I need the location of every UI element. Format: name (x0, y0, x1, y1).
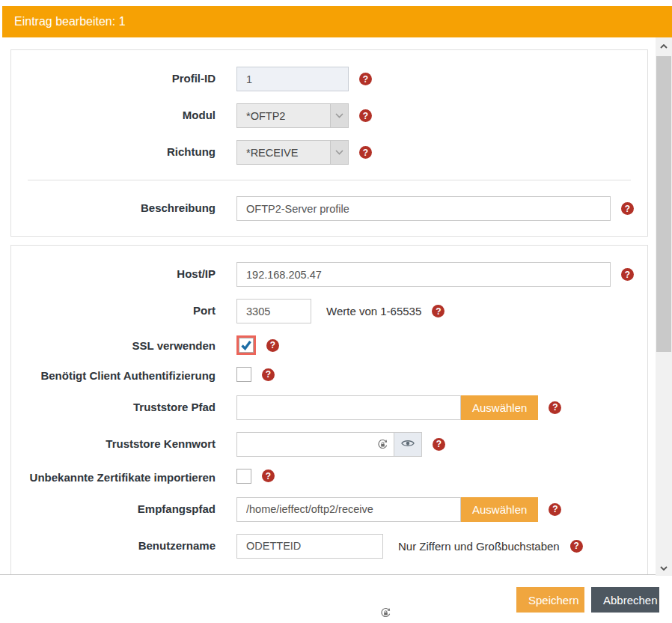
profil-id-label: Profil-ID (11, 67, 236, 86)
modul-label: Modul (11, 103, 236, 123)
richtung-label: Richtung (11, 140, 236, 159)
unbekannte-zertifikate-label: Unbekannte Zertifikate importieren (11, 469, 236, 485)
client-auth-checkbox[interactable] (236, 367, 251, 382)
dialog-footer: Speichern Abbrechen (0, 576, 672, 623)
cancel-button[interactable]: Abbrechen (591, 587, 659, 613)
help-icon[interactable]: ? (262, 469, 275, 482)
truststore-kennwort-input[interactable] (236, 432, 394, 457)
benutzername-row: Benutzername Nur Ziffern und Großbuchsta… (11, 534, 647, 559)
port-hint: Werte von 1-65535 (326, 305, 421, 317)
modul-row: Modul *OFTP2 ? (11, 103, 647, 128)
client-auth-row: Benötigt Client Authentifizierung ? (11, 367, 647, 383)
dialog-body: Profil-ID ? Modul *OFTP2 ? Richtung (0, 37, 656, 575)
truststore-pfad-browse-button[interactable]: Auswählen (461, 395, 538, 420)
dialog-header: Eintrag bearbeiten: 1 (2, 6, 672, 37)
client-auth-label: Benötigt Client Authentifizierung (11, 367, 236, 383)
benutzername-hint: Nur Ziffern und Großbuchstaben (398, 540, 560, 553)
port-label: Port (11, 299, 236, 318)
scroll-down-arrow-icon[interactable] (656, 562, 672, 574)
eye-icon (401, 437, 415, 451)
section-divider (28, 180, 631, 180)
truststore-kennwort-row: Truststore Kennwort ? (11, 432, 647, 457)
password-manager-icon (380, 607, 391, 622)
ssl-label: SSL verwenden (11, 335, 236, 353)
scrollbar-thumb[interactable] (656, 56, 671, 352)
truststore-pfad-label: Truststore Pfad (11, 395, 236, 415)
save-button[interactable]: Speichern (516, 587, 584, 613)
beschreibung-label: Beschreibung (11, 196, 236, 216)
empfangspfad-browse-button[interactable]: Auswählen (461, 497, 538, 522)
unbekannte-zertifikate-row: Unbekannte Zertifikate importieren ? (11, 469, 647, 485)
benutzername-label: Benutzername (11, 534, 236, 553)
profile-panel: Profil-ID ? Modul *OFTP2 ? Richtung (10, 49, 648, 237)
modul-select: *OFTP2 (236, 103, 349, 128)
help-icon[interactable]: ? (433, 438, 445, 451)
help-icon[interactable]: ? (621, 268, 634, 281)
connection-panel: Host/IP ? Port Werte von 1-65535 ? SSL v… (10, 245, 648, 575)
richtung-row: Richtung *RECEIVE ? (11, 140, 647, 165)
richtung-select: *RECEIVE (236, 140, 349, 165)
profil-id-row: Profil-ID ? (11, 67, 647, 91)
empfangspfad-input[interactable] (236, 497, 461, 522)
chevron-down-icon (330, 141, 348, 164)
help-icon[interactable]: ? (432, 305, 445, 317)
help-icon[interactable]: ? (262, 368, 275, 381)
host-ip-label: Host/IP (11, 262, 236, 282)
ssl-checkbox-highlight (236, 335, 256, 355)
chevron-down-icon (330, 104, 348, 127)
host-ip-input[interactable] (236, 262, 611, 287)
ssl-row: SSL verwenden ? (11, 335, 647, 355)
unbekannte-zertifikate-checkbox[interactable] (236, 469, 251, 484)
benutzername-input[interactable] (236, 534, 383, 559)
empfangspfad-row: Empfangspfad Auswählen ? (11, 497, 647, 522)
port-input[interactable] (236, 299, 311, 323)
truststore-kennwort-label: Truststore Kennwort (11, 432, 236, 452)
scroll-up-arrow-icon[interactable] (656, 40, 672, 52)
empfangspfad-label: Empfangspfad (11, 497, 236, 517)
help-icon[interactable]: ? (359, 146, 372, 159)
host-ip-row: Host/IP ? (11, 262, 647, 287)
dialog-title: Eintrag bearbeiten: 1 (14, 15, 126, 28)
help-icon[interactable]: ? (359, 73, 372, 85)
help-icon[interactable]: ? (549, 503, 561, 516)
modul-select-value: *OFTP2 (246, 110, 285, 122)
vertical-scrollbar[interactable] (656, 37, 672, 577)
port-row: Port Werte von 1-65535 ? (11, 299, 647, 323)
show-password-addon[interactable] (394, 432, 422, 457)
beschreibung-input[interactable] (236, 196, 611, 221)
password-manager-icon[interactable] (377, 439, 388, 453)
richtung-select-value: *RECEIVE (246, 147, 298, 159)
help-icon[interactable]: ? (621, 202, 634, 215)
ssl-checkbox[interactable] (239, 338, 254, 353)
help-icon[interactable]: ? (266, 339, 279, 352)
help-icon[interactable]: ? (549, 401, 561, 414)
truststore-pfad-input[interactable] (236, 395, 461, 420)
truststore-pfad-row: Truststore Pfad Auswählen ? (11, 395, 647, 420)
beschreibung-row: Beschreibung ? (11, 196, 647, 221)
help-icon[interactable]: ? (359, 109, 372, 122)
help-icon[interactable]: ? (570, 540, 583, 553)
profil-id-input (236, 67, 349, 91)
